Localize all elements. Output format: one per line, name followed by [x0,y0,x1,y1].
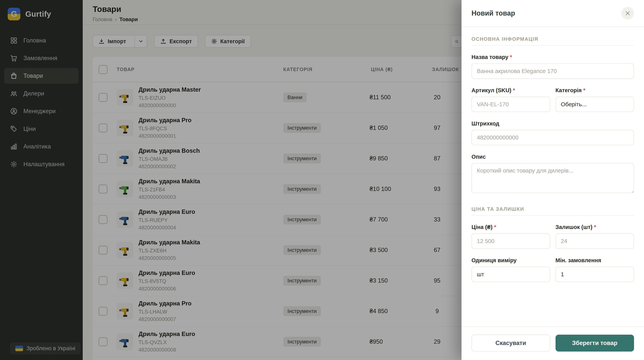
unit-label: Одиниця виміру [472,257,550,264]
breadcrumb-separator: › [115,17,117,23]
save-product-button[interactable]: Зберегти товар [556,335,634,351]
unit-input[interactable] [472,267,550,282]
column-header-category: КАТЕГОРІЯ [283,57,312,82]
row-checkbox[interactable] [99,246,108,255]
stock-label: Залишок (шт)* [556,224,634,230]
sidebar-item-label: Ціни [24,125,36,132]
product-sku: TLS-RUEPY [138,217,195,223]
row-checkbox[interactable] [99,337,108,346]
product-image [117,181,133,197]
sidebar-item-3[interactable]: Товари [4,68,78,84]
product-barcode: 4820000000000 [138,103,201,109]
row-checkbox[interactable] [99,276,108,285]
row-checkbox[interactable] [99,154,108,163]
product-image [117,333,133,350]
sidebar-item-label: Аналітика [24,143,51,150]
price-label: Ціна (₴)* [472,224,550,230]
description-textarea[interactable] [472,163,634,193]
person-icon [10,107,18,115]
product-sku: TLS-OMAJB [138,156,200,162]
required-asterisk: * [583,87,585,93]
row-checkbox[interactable] [99,185,108,194]
sidebar-item-1[interactable]: Головна [4,33,78,48]
import-button[interactable]: Імпорт [93,35,147,48]
section-basic-info: ОСНОВНА ІНФОРМАЦІЯ [472,36,634,42]
drill-image [119,214,131,226]
cancel-button[interactable]: Скасувати [472,335,550,351]
section-divider [472,45,634,46]
product-price: ₴10 100 [370,186,391,193]
product-image [117,89,133,106]
product-name-input[interactable] [472,63,634,79]
page-title: Товари [93,5,138,14]
product-sku: TLS-QVZLX [138,339,195,345]
product-price: ₴4 850 [370,308,388,315]
upload-icon [160,38,166,44]
product-name: Дриль ударна Euro [138,209,195,215]
download-icon [98,38,104,44]
drill-image [119,91,131,104]
row-checkbox[interactable] [99,215,108,224]
sku-input[interactable] [472,97,550,112]
category-badge: Ванни [283,93,307,102]
panel-body: ОСНОВНА ІНФОРМАЦІЯ Назва товару* Артикул… [462,27,644,326]
product-name: Дриль ударна Makita [138,178,200,185]
import-dropdown-toggle[interactable] [134,35,147,47]
sidebar-item-8[interactable]: Налаштування [4,156,78,172]
row-checkbox[interactable] [99,93,108,102]
stock-input[interactable] [556,233,634,249]
chevron-down-icon [138,39,144,44]
product-name: Дриль ударна Euro [138,331,195,337]
import-label: Імпорт [108,38,126,45]
breadcrumb-current: Товари [120,17,138,23]
required-asterisk: * [510,54,512,60]
product-stock: 95 [423,277,452,284]
barcode-input[interactable] [472,130,634,145]
close-icon [625,10,630,16]
export-button[interactable]: Експорт [154,35,198,48]
breadcrumb: Головна › Товари [93,17,138,23]
sidebar-item-4[interactable]: Дилери [4,86,78,101]
category-badge: Інструменти [283,215,321,225]
sidebar-item-6[interactable]: Ціни [4,121,78,137]
drill-image [119,122,131,134]
product-name: Дриль ударна Pro [138,117,192,124]
product-stock: 87 [423,155,452,162]
breadcrumb-home[interactable]: Головна [93,17,112,23]
category-select[interactable]: Оберіть... [556,97,634,112]
grid-icon [10,37,18,44]
sidebar-item-7[interactable]: Аналітика [4,139,78,154]
drill-image [119,244,131,256]
product-stock: 93 [423,186,452,193]
product-name: Дриль ударна Makita [138,239,200,246]
categories-button[interactable]: Категорії [205,35,251,48]
sidebar-item-2[interactable]: Замовлення [4,50,78,66]
gear-icon [211,38,217,44]
made-in-ukraine-label: Зроблено в Україні [26,345,75,351]
row-checkbox[interactable] [99,123,108,132]
product-price: ₴1 050 [370,124,388,131]
product-image [117,150,133,167]
category-badge: Інструменти [283,276,321,286]
price-input[interactable] [472,233,550,249]
panel-header: Новий товар [462,0,644,27]
users-icon [10,90,18,97]
sidebar-nav: ГоловнаЗамовленняТовариДилериМенеджериЦі… [0,33,83,172]
product-price: ₴7 700 [370,216,388,223]
select-all-checkbox[interactable] [99,65,108,74]
sku-label: Артикул (SKU)* [472,87,550,94]
product-sku: TLS-8FQCS [138,126,192,132]
sidebar-item-label: Замовлення [24,55,58,62]
category-badge: Інструменти [283,123,321,133]
product-stock: 20 [423,94,452,101]
toolbar: Імпорт Експорт Категорії [93,35,251,48]
row-checkbox[interactable] [99,307,108,316]
category-badge: Інструменти [283,245,321,255]
bag-icon [10,72,18,80]
category-label: Категорія* [556,87,634,94]
product-barcode: 4820000000007 [138,316,192,322]
min-order-input[interactable] [556,267,634,282]
sidebar-item-5[interactable]: Менеджери [4,103,78,119]
close-button[interactable] [621,7,634,20]
product-image [117,242,133,258]
